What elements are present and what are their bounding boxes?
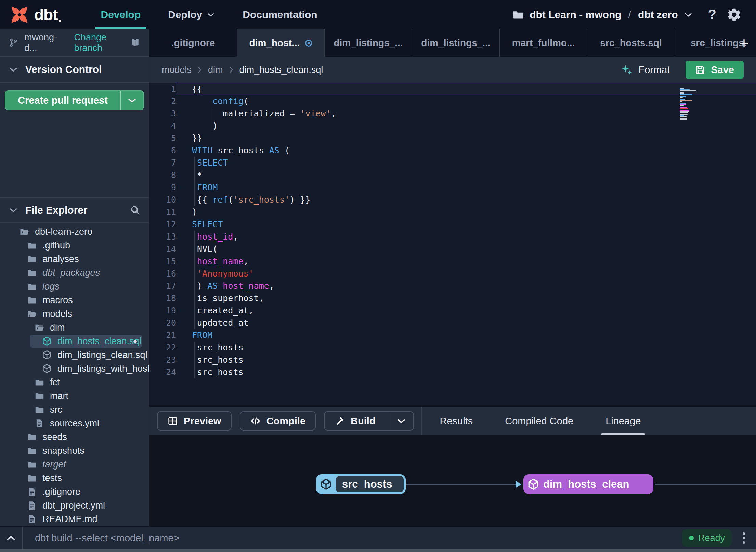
code-line-7[interactable]: 7 SELECT	[149, 157, 756, 169]
lineage-node-src-hosts[interactable]: src_hosts	[316, 474, 406, 494]
code-line-20[interactable]: 20 updated_at	[149, 317, 756, 329]
code-line-13[interactable]: 13 host_id,	[149, 231, 756, 243]
help-icon[interactable]: ?	[708, 7, 716, 22]
code-line-24[interactable]: 24 src_hosts	[149, 366, 756, 378]
code-text: SELECT	[176, 157, 756, 169]
nav-item-deploy[interactable]: Deploy	[154, 0, 229, 29]
version-control-header[interactable]: Version Control	[0, 57, 149, 83]
tree-item-tests[interactable]: tests	[0, 471, 149, 485]
line-number: 9	[149, 181, 176, 194]
create-pull-request-button[interactable]: Create pull request	[5, 90, 144, 110]
code-line-19[interactable]: 19 created_at,	[149, 305, 756, 317]
code-line-22[interactable]: 22 src_hosts	[149, 342, 756, 354]
book-icon[interactable]	[130, 37, 140, 49]
code-line-2[interactable]: 2 config(	[149, 95, 756, 107]
change-branch-link[interactable]: Change branch	[74, 32, 124, 53]
code-line-23[interactable]: 23 src_hosts	[149, 354, 756, 366]
indent-guide	[194, 255, 195, 268]
dbt-logo[interactable]: dbt	[10, 5, 58, 25]
tree-item-label: seeds	[42, 432, 67, 442]
nav-item-documentation[interactable]: Documentation	[229, 0, 331, 29]
gear-icon[interactable]	[727, 7, 742, 22]
editor-tab-gitignore[interactable]: .gitignore	[149, 29, 237, 57]
code-line-17[interactable]: 17 ) AS host_name,	[149, 280, 756, 292]
code-line-11[interactable]: 11)	[149, 206, 756, 218]
tree-item-dbt-learn-zero[interactable]: dbt-learn-zero	[0, 225, 149, 239]
code-line-18[interactable]: 18 is_superhost,	[149, 292, 756, 305]
editor-tab-dim-host[interactable]: dim_host...	[237, 29, 325, 57]
tree-item-README-md[interactable]: README.md	[0, 512, 149, 526]
tree-item-models[interactable]: models	[0, 307, 149, 321]
code-line-1[interactable]: 1{{	[149, 83, 756, 95]
tree-item-logs[interactable]: logs	[0, 280, 149, 293]
tree-item-label: dim_hosts_clean.sql	[57, 336, 141, 347]
lineage-node-dim-hosts-clean[interactable]: dim_hosts_clean	[523, 474, 653, 494]
code-line-8[interactable]: 8 *	[149, 169, 756, 181]
code-line-5[interactable]: 5}}	[149, 132, 756, 144]
chevron-down-icon	[396, 416, 406, 426]
tree-item-dbt-project-yml[interactable]: dbt_project.yml	[0, 499, 149, 512]
preview-button[interactable]: Preview	[157, 411, 232, 431]
tree-item-mart[interactable]: mart	[0, 389, 149, 403]
code-line-3[interactable]: 3 materialized = 'view',	[149, 107, 756, 120]
format-button[interactable]: Format	[621, 64, 670, 76]
panel-tabs: Results Compiled Code Lineage	[421, 407, 643, 435]
code-line-10[interactable]: 10 {{ ref('src_hosts') }}	[149, 194, 756, 206]
tree-item-dim-listings-with-hosts[interactable]: dim_listings_with_hosts...	[0, 362, 149, 375]
new-tab-button[interactable]: +	[734, 29, 754, 57]
tree-item-seeds[interactable]: seeds	[0, 430, 149, 444]
hammer-icon	[334, 415, 345, 426]
breadcrumb-models[interactable]: models	[162, 65, 192, 75]
command-input[interactable]: dbt build --select <model_name>	[35, 527, 682, 549]
nav-item-develop[interactable]: Develop	[87, 0, 155, 29]
tree-item-macros[interactable]: macros	[0, 293, 149, 307]
tree-item-src[interactable]: src	[0, 403, 149, 416]
format-label: Format	[638, 64, 670, 76]
tree-item-gitignore[interactable]: .gitignore	[0, 485, 149, 499]
breadcrumb-dim[interactable]: dim	[208, 65, 223, 75]
editor-tab-mart-fullmo[interactable]: mart_fullmo...	[500, 29, 587, 57]
tree-item-sources-yml[interactable]: sources.yml	[0, 416, 149, 430]
tab-compiled-code[interactable]: Compiled Code	[503, 407, 575, 435]
indent-guide	[194, 292, 195, 305]
tree-item-target[interactable]: target	[0, 458, 149, 471]
tree-item-dim-hosts-clean-sql[interactable]: dim_hosts_clean.sql•	[0, 334, 149, 348]
code-line-6[interactable]: 6WITH src_hosts AS (	[149, 144, 756, 157]
code-line-14[interactable]: 14 NVL(	[149, 243, 756, 255]
code-line-16[interactable]: 16 'Anonymous'	[149, 268, 756, 280]
minimap[interactable]	[680, 88, 698, 120]
tree-item-snapshots[interactable]: snapshots	[0, 444, 149, 458]
editor-tab-src-hosts-sql[interactable]: src_hosts.sql	[587, 29, 675, 57]
bottom-resize-strip[interactable]	[0, 549, 756, 552]
tree-item-dbt-packages[interactable]: dbt_packages	[0, 266, 149, 280]
build-dropdown[interactable]	[389, 412, 413, 430]
tree-item-dim-listings-clean-sql[interactable]: dim_listings_clean.sql	[0, 348, 149, 362]
search-icon[interactable]	[130, 205, 141, 216]
tree-item-github[interactable]: .github	[0, 239, 149, 252]
expand-command-bar[interactable]	[0, 527, 23, 549]
project-selector[interactable]: dbt Learn - mwong / dbt zero	[512, 9, 693, 21]
kebab-menu-icon[interactable]	[741, 530, 747, 546]
build-button[interactable]: Build	[324, 411, 414, 431]
model-icon	[42, 336, 52, 346]
tab-lineage[interactable]: Lineage	[603, 407, 643, 435]
create-pr-dropdown[interactable]	[121, 91, 143, 110]
editor-tab-dim-listings[interactable]: dim_listings_...	[412, 29, 500, 57]
compile-button[interactable]: Compile	[240, 411, 316, 431]
code-line-15[interactable]: 15 host_name,	[149, 255, 756, 268]
project-separator: /	[627, 9, 633, 21]
code-line-4[interactable]: 4 )	[149, 120, 756, 132]
editor-tab-dim-listings[interactable]: dim_listings_...	[325, 29, 412, 57]
code-editor[interactable]: 1{{2 config(3 materialized = 'view',4 )5…	[149, 83, 756, 405]
breadcrumb-row: models dim dim_hosts_clean.sql Format Sa…	[149, 57, 756, 83]
tree-item-dim[interactable]: dim	[0, 321, 149, 334]
code-line-21[interactable]: 21FROM	[149, 329, 756, 342]
tree-item-fct[interactable]: fct	[0, 375, 149, 389]
tree-item-analyses[interactable]: analyses	[0, 252, 149, 266]
tab-results[interactable]: Results	[438, 407, 475, 435]
lineage-graph[interactable]: src_hosts dim_hosts_clean dim_listings_w…	[149, 435, 756, 526]
code-line-12[interactable]: 12SELECT	[149, 218, 756, 231]
file-explorer-header[interactable]: File Explorer	[0, 197, 149, 223]
code-line-9[interactable]: 9 FROM	[149, 181, 756, 194]
save-button[interactable]: Save	[686, 61, 744, 79]
